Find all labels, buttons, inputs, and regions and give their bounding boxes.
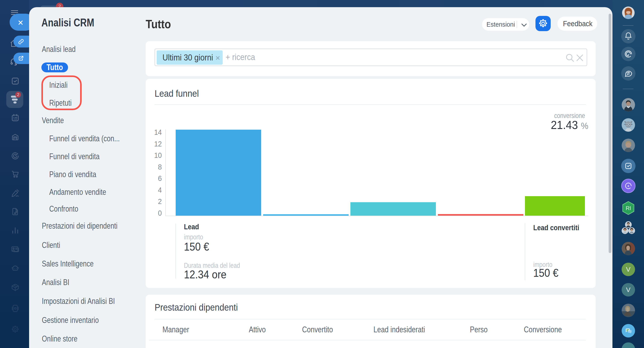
svg-text:RI: RI	[626, 205, 631, 211]
